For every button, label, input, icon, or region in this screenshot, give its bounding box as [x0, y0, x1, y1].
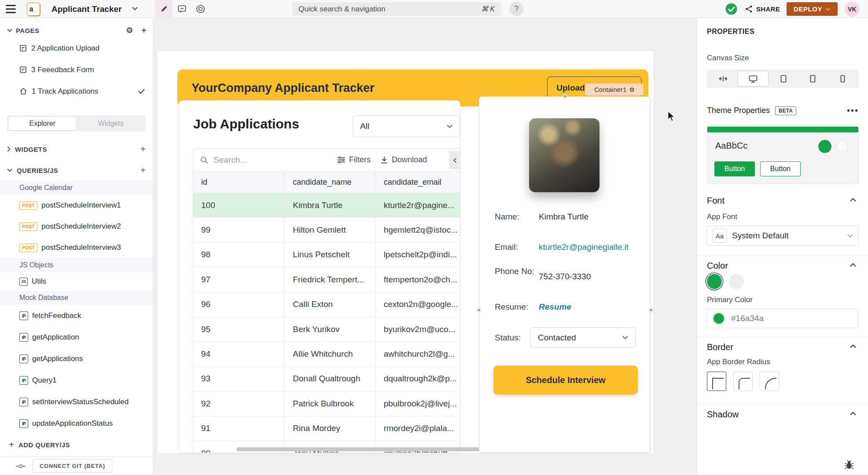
sidebar-page-track-applications[interactable]: 1 Track Applications	[0, 80, 153, 102]
table-row[interactable]: 94 Allie Whitchurch awhitchurch2l@g...	[193, 342, 460, 366]
mobile-icon	[840, 75, 845, 83]
app-header-title: YourCompany Applicant Tracker	[191, 81, 375, 95]
table-row[interactable]: 95 Berk Yurikov byurikov2m@uco...	[193, 317, 460, 342]
add-widget-button[interactable]: +	[140, 144, 146, 154]
table-row[interactable]: 91 Rina Mordey rmordey2i@plala...	[193, 417, 460, 441]
queries-section-header[interactable]: QUERIES/JS +	[0, 162, 153, 178]
shadow-section-header[interactable]: Shadow	[707, 409, 739, 420]
query-post-schedule-interview-2[interactable]: POST postScheduleInterview2	[0, 216, 153, 237]
column-header-candidate-name[interactable]: candidate_name	[285, 172, 375, 193]
add-query-button[interactable]: +	[140, 165, 146, 175]
filters-button[interactable]: Filters	[338, 155, 371, 164]
edit-mode-button[interactable]	[155, 0, 173, 18]
canvas-size-mobile[interactable]	[828, 71, 857, 87]
color-swatch-white[interactable]	[729, 274, 744, 289]
table-row[interactable]: 100 Kimbra Turtle kturtle2r@pagine...	[193, 193, 460, 218]
query-get-applications[interactable]: getApplications	[0, 348, 153, 369]
table-search-input[interactable]	[213, 155, 302, 165]
add-query-js-button[interactable]: + ADD QUERY/JS	[0, 434, 153, 455]
theme-accent-bar	[707, 127, 858, 132]
collapse-panel-button[interactable]	[449, 151, 460, 169]
color-collapse-chevron-up-icon[interactable]	[850, 263, 856, 267]
table-row[interactable]: 92 Patrick Bulbrook pbulbrook2j@livej...	[193, 391, 460, 416]
column-header-candidate-email[interactable]: candidate_email	[376, 172, 460, 193]
query-fetch-feedback[interactable]: fetchFeedback	[0, 305, 153, 326]
query-post-schedule-interview-1[interactable]: POST postScheduleInterview1	[0, 195, 153, 216]
connect-git-button[interactable]: CONNECT GIT (BETA)	[33, 459, 112, 473]
query-post-schedule-interview-3[interactable]: POST postScheduleInterview3	[0, 237, 153, 258]
tab-explorer[interactable]: Explorer	[8, 116, 77, 131]
font-section-header[interactable]: Font	[707, 196, 725, 206]
column-header-id[interactable]: id	[193, 172, 285, 193]
table-body: 100 Kimbra Turtle kturtle2r@pagine... 99…	[193, 193, 460, 453]
canvas-size-tablet[interactable]	[798, 71, 828, 87]
user-avatar[interactable]: VK	[845, 2, 860, 17]
resize-handle-top[interactable]	[563, 94, 567, 99]
schedule-interview-button[interactable]: Schedule Interview	[493, 365, 638, 395]
preview-mode-button[interactable]	[193, 0, 208, 18]
font-collapse-chevron-up-icon[interactable]	[850, 198, 856, 202]
quick-search-bar[interactable]: Quick search & navigation ⌘ K	[292, 2, 501, 16]
widgets-section-header[interactable]: WIDGETS +	[0, 141, 153, 157]
postgres-icon	[19, 354, 28, 363]
table-toolbar: Filters Download	[193, 149, 460, 172]
deploy-button[interactable]: DEPLOY	[787, 2, 838, 16]
canvas-size-switcher	[707, 69, 859, 88]
comment-mode-button[interactable]	[174, 0, 189, 18]
border-section-header[interactable]: Border	[707, 342, 733, 352]
theme-button-outlined: Button	[760, 161, 801, 176]
applications-table-widget: Filters Download id candidate_name candi…	[193, 148, 460, 453]
table-row[interactable]: 93 Donall Qualtrough dqualtrough2k@p...	[193, 367, 460, 391]
app-font-select[interactable]: Aa System Default	[707, 226, 859, 246]
resize-handle-right[interactable]	[649, 308, 653, 312]
pages-settings-gear-icon[interactable]: ⚙	[126, 26, 133, 35]
status-select[interactable]: Contacted	[530, 327, 636, 348]
theme-color-swatch-white	[836, 140, 848, 153]
query-set-interview-status-scheduled[interactable]: setInterviewStatusScheduled	[0, 391, 153, 413]
app-logo[interactable]: a_	[27, 3, 40, 16]
canvas-size-tablet-large[interactable]	[769, 71, 798, 87]
query-get-application[interactable]: getApplication	[0, 326, 153, 348]
sidebar-page-application-upload[interactable]: 2 Application Upload	[0, 37, 153, 59]
sidebar: PAGES ⚙ + 2 Application Upload 3 Feeedba…	[0, 18, 153, 457]
canvas-size-desktop[interactable]	[738, 71, 768, 87]
share-button[interactable]: SHARE	[745, 0, 780, 18]
color-section-header[interactable]: Color	[707, 261, 728, 271]
resize-handle-left[interactable]	[477, 308, 481, 312]
app-title-chevron-down-icon[interactable]	[132, 7, 138, 11]
js-object-utils[interactable]: JS Utils	[0, 272, 153, 291]
add-page-button[interactable]: +	[141, 26, 147, 36]
selected-widget-label[interactable]: Container1 ⚙	[585, 84, 644, 95]
table-row[interactable]: 99 Hilton Gemlett hgemlett2q@istoc...	[193, 218, 460, 242]
border-radius-none[interactable]	[707, 372, 726, 391]
theme-preview-card[interactable]: AaBbCc Button Button	[707, 126, 859, 184]
table-row[interactable]: 98 Linus Petschelt lpetschelt2p@indi...	[193, 243, 460, 267]
table-row[interactable]: 97 Friedrick Tempert... ftemperton2o@ch.…	[193, 267, 460, 292]
widget-settings-gear-icon[interactable]: ⚙	[629, 86, 635, 93]
pages-section-header[interactable]: PAGES ⚙ +	[0, 23, 153, 37]
resume-link[interactable]: Resume	[539, 302, 571, 312]
help-button[interactable]: ?	[509, 2, 524, 16]
border-collapse-chevron-up-icon[interactable]	[850, 344, 856, 348]
shadow-collapse-chevron-up-icon[interactable]	[850, 412, 856, 416]
color-swatch-green-selected[interactable]	[707, 274, 722, 289]
postgres-icon	[19, 311, 28, 320]
download-button[interactable]: Download	[381, 155, 427, 164]
sidebar-page-feedback-form[interactable]: 3 Feeedback Form	[0, 59, 153, 80]
query-update-application-status[interactable]: updateApplicationStatus	[0, 413, 153, 434]
canvas-size-fluid[interactable]	[708, 71, 738, 87]
tab-widgets[interactable]: Widgets	[77, 116, 145, 131]
debug-bug-icon[interactable]	[844, 460, 854, 470]
candidate-detail-container[interactable]: Name: Kimbra Turtle Email: kturtle2r@pag…	[479, 96, 651, 453]
email-link[interactable]: kturtle2r@paginegialle.it	[539, 242, 629, 252]
border-radius-medium[interactable]	[733, 372, 753, 391]
theme-more-options-icon[interactable]: •••	[847, 106, 859, 116]
query-query1[interactable]: Query1	[0, 369, 153, 391]
table-row[interactable]: 96 Calli Exton cexton2n@google...	[193, 292, 460, 317]
page-icon	[19, 44, 27, 52]
hamburger-menu-icon[interactable]	[6, 5, 16, 13]
border-radius-large[interactable]	[760, 372, 779, 391]
status-filter-select[interactable]: All	[353, 115, 460, 137]
primary-color-input[interactable]: #16a34a	[707, 309, 859, 328]
app-title[interactable]: Applicant Tracker	[51, 0, 121, 18]
